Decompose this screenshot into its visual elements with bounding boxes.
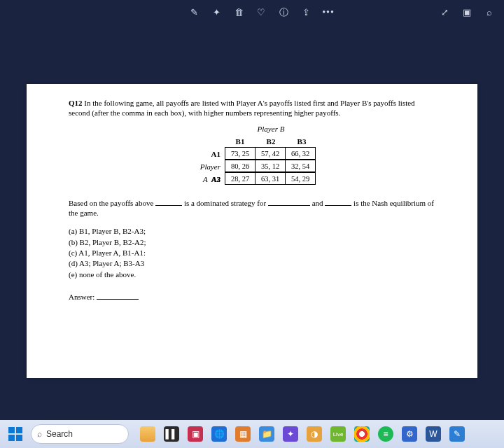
cell-a3b2: 63, 31 xyxy=(255,172,286,185)
app-icon-1[interactable] xyxy=(140,426,155,442)
app-icon-10[interactable]: ⚙ xyxy=(402,426,417,442)
taskbar-apps: ▌▌ ▣ 🌐 ▦ 📁 ✦ ◑ Live ≡ ⚙ W ✎ xyxy=(140,426,465,442)
info-icon[interactable]: ⓘ xyxy=(279,8,288,18)
viewer-toolbar: ✎ ✦ 🗑 ♡ ⓘ ⇪ ••• ⤢ ▣ ⌕ xyxy=(0,6,504,20)
fill-in-sentence: Based on the payoffs above is a dominate… xyxy=(69,198,435,218)
cell-a1b1: 73, 25 xyxy=(225,147,255,160)
option-e: (e) none of the above. xyxy=(69,270,435,279)
cell-a3b3: 54, 29 xyxy=(285,172,316,185)
heart-icon[interactable]: ♡ xyxy=(256,8,266,18)
cell-a2b2: 35, 12 xyxy=(255,160,286,172)
app-icon-live[interactable]: Live xyxy=(330,426,346,442)
windows-taskbar: ⌕ Search ▌▌ ▣ 🌐 ▦ 📁 ✦ ◑ Live ≡ ⚙ W ✎ xyxy=(0,420,504,448)
app-icon-7[interactable]: ✦ xyxy=(283,426,298,442)
payoff-matrix: Player B B1 B2 B3 A1 73, 25 57, 42 66, 3… xyxy=(69,124,435,186)
expand-icon[interactable]: ⤢ xyxy=(440,8,449,18)
annotate-icon[interactable]: ✎ xyxy=(189,8,199,18)
app-icon-11[interactable]: ✎ xyxy=(449,426,465,442)
blank-2 xyxy=(268,199,310,206)
search-icon: ⌕ xyxy=(37,429,42,439)
row-header-a3: A3 xyxy=(187,173,225,186)
option-a: (a) B1, Player B, B2-A3; xyxy=(69,226,435,236)
share-icon[interactable]: ⇪ xyxy=(301,8,311,18)
zoom-icon[interactable]: ⌕ xyxy=(484,8,494,18)
question-document: Q12 In the following game, all payoffs a… xyxy=(27,84,477,378)
option-c: (c) A1, Player A, B1-A1: xyxy=(69,248,435,258)
app-icon-2[interactable]: ▌▌ xyxy=(164,426,179,442)
trash-icon[interactable]: 🗑 xyxy=(234,8,244,18)
question-prompt: Q12 In the following game, all payoffs a… xyxy=(69,98,435,118)
taskbar-search[interactable]: ⌕ Search xyxy=(31,424,129,444)
app-icon-3[interactable]: ▣ xyxy=(188,426,203,442)
player-b-label: Player B xyxy=(225,124,317,134)
sparkle-icon[interactable]: ✦ xyxy=(211,8,221,18)
toolbar-center: ✎ ✦ 🗑 ♡ ⓘ ⇪ ••• xyxy=(189,8,333,18)
question-label: Q12 xyxy=(69,99,83,107)
row-header-a1: A1 xyxy=(187,148,225,160)
cell-a1b3: 66, 32 xyxy=(285,147,316,160)
app-icon-8[interactable]: ◑ xyxy=(307,426,322,442)
cell-a2b1: 80, 26 xyxy=(225,160,255,172)
app-icon-4[interactable]: 🌐 xyxy=(211,426,227,442)
answer-options: (a) B1, Player B, B2-A3; (b) B2, Player … xyxy=(69,226,435,279)
more-icon[interactable]: ••• xyxy=(323,8,333,18)
col-header-b1: B1 xyxy=(225,135,255,148)
blank-3 xyxy=(325,199,351,206)
answer-blank xyxy=(97,293,139,300)
answer-line: Answer: xyxy=(69,292,435,302)
slideshow-icon[interactable]: ▣ xyxy=(462,8,472,18)
cell-a3b1: 28, 27 xyxy=(225,172,255,185)
toolbar-right: ⤢ ▣ ⌕ xyxy=(440,8,494,18)
app-icon-word[interactable]: W xyxy=(426,426,441,442)
app-icon-spotify[interactable]: ≡ xyxy=(378,426,393,442)
question-text: In the following game, all payoffs are l… xyxy=(69,99,415,117)
player-a-label: Player A A2 xyxy=(187,160,225,173)
app-icon-6[interactable]: 📁 xyxy=(259,426,274,442)
start-button[interactable] xyxy=(6,424,25,444)
cell-a1b2: 57, 42 xyxy=(255,147,286,160)
option-b: (b) B2, Player B, B2-A2; xyxy=(69,237,435,247)
cell-a2b3: 32, 54 xyxy=(285,160,316,172)
app-icon-5[interactable]: ▦ xyxy=(235,426,251,442)
app-icon-chrome[interactable] xyxy=(354,426,370,442)
blank-1 xyxy=(155,199,182,206)
option-d: (d) A3; Player A; B3-A3 xyxy=(69,258,435,268)
search-placeholder: Search xyxy=(46,429,73,439)
col-header-b3: B3 xyxy=(286,135,317,148)
col-header-b2: B2 xyxy=(255,135,286,148)
